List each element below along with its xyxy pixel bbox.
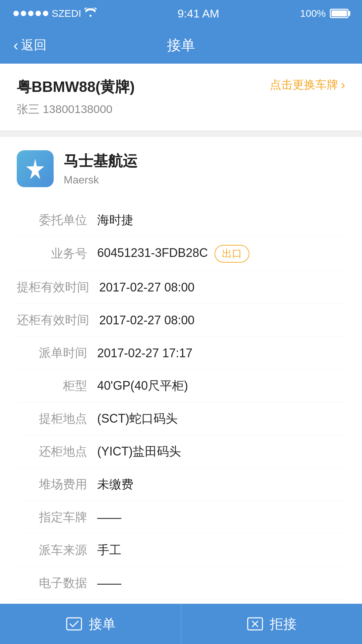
detail-label-7: 还柜地点 [17,443,97,460]
vehicle-plate: 粤BBMW88(黄牌) [17,77,135,97]
detail-label-5: 柜型 [17,378,97,394]
chevron-left-icon: ‹ [13,37,18,54]
company-name: 马士基航运 [64,151,137,171]
detail-label-2: 提柜有效时间 [17,279,99,296]
detail-value-5: 40'GP(40尺平柜) [97,378,345,394]
status-left: SZEDI [13,8,97,19]
accept-icon [65,615,83,633]
detail-value-1: 60451231-3FDB28C出口 [97,245,345,263]
section-divider [0,131,362,137]
time-label: 9:41 AM [177,7,219,20]
detail-value-4: 2017-02-27 17:17 [97,346,345,360]
battery-icon [330,9,349,18]
nav-bar: ‹ 返回 接单 [0,27,362,64]
content-area: 粤BBMW88(黄牌) 张三 13800138000 点击更换车牌 › 马士基航… [0,64,362,644]
detail-row-8: 堆场费用未缴费 [17,468,345,501]
bottom-bar: 接单 拒接 [0,604,362,644]
detail-value-2: 2017-02-27 08:00 [99,280,345,294]
carrier-label: SZEDI [52,8,81,19]
detail-label-4: 派单时间 [17,345,97,361]
svg-point-0 [89,15,92,17]
company-header: 马士基航运 Maersk [17,150,345,187]
vehicle-section: 粤BBMW88(黄牌) 张三 13800138000 点击更换车牌 › [0,64,362,131]
wifi-icon [84,8,97,19]
chevron-right-icon: › [341,78,345,92]
detail-row-6: 提柜地点(SCT)蛇口码头 [17,402,345,435]
status-bar: SZEDI 9:41 AM 100% [0,0,362,27]
detail-row-5: 柜型40'GP(40尺平柜) [17,370,345,402]
detail-value-10: 手工 [97,542,345,558]
detail-row-2: 提柜有效时间2017-02-27 08:00 [17,271,345,304]
detail-row-4: 派单时间2017-02-27 17:17 [17,337,345,370]
detail-row-1: 业务号60451231-3FDB28C出口 [17,237,345,271]
vehicle-driver: 张三 13800138000 [17,102,135,117]
status-right: 100% [300,8,349,19]
company-logo [17,150,54,187]
detail-value-8: 未缴费 [97,476,345,493]
detail-row-11: 电子数据—— [17,567,345,600]
battery-label: 100% [300,8,326,19]
vehicle-info: 粤BBMW88(黄牌) 张三 13800138000 [17,77,135,117]
back-button[interactable]: ‹ 返回 [13,37,47,54]
detail-value-6: (SCT)蛇口码头 [97,411,345,427]
detail-value-3: 2017-02-27 08:00 [99,313,345,327]
change-plate-button[interactable]: 点击更换车牌 › [270,77,345,93]
reject-label: 拒接 [270,615,297,633]
detail-label-8: 堆场费用 [17,476,97,493]
detail-label-0: 委托单位 [17,212,97,228]
detail-row-9: 指定车牌—— [17,501,345,534]
change-plate-label: 点击更换车牌 [270,77,338,93]
detail-label-6: 提柜地点 [17,411,97,427]
reject-icon [246,615,264,633]
detail-value-9: —— [97,511,345,525]
accept-label: 接单 [89,615,116,633]
detail-label-11: 电子数据 [17,575,97,591]
export-badge: 出口 [215,245,249,263]
accept-button[interactable]: 接单 [0,604,181,644]
detail-row-0: 委托单位海时捷 [17,204,345,237]
reject-button[interactable]: 拒接 [181,604,362,644]
detail-value-0: 海时捷 [97,212,345,228]
detail-label-1: 业务号 [17,246,97,262]
detail-row-10: 派车来源手工 [17,534,345,567]
detail-label-9: 指定车牌 [17,509,97,526]
order-section: 马士基航运 Maersk 委托单位海时捷业务号60451231-3FDB28C出… [0,137,362,644]
detail-value-7: (YICT)盐田码头 [97,443,345,460]
signal-icon [13,11,48,16]
detail-label-10: 派车来源 [17,542,97,558]
detail-row-3: 还柜有效时间2017-02-27 08:00 [17,304,345,337]
detail-value-11: —— [97,576,345,590]
detail-rows: 委托单位海时捷业务号60451231-3FDB28C出口提柜有效时间2017-0… [17,204,345,644]
detail-label-3: 还柜有效时间 [17,312,99,328]
svg-rect-2 [67,618,81,630]
page-title: 接单 [167,36,195,55]
detail-row-7: 还柜地点(YICT)盐田码头 [17,435,345,468]
back-label: 返回 [21,37,47,54]
company-info: 马士基航运 Maersk [64,151,137,186]
company-subtitle: Maersk [64,174,137,186]
svg-marker-1 [26,159,44,179]
